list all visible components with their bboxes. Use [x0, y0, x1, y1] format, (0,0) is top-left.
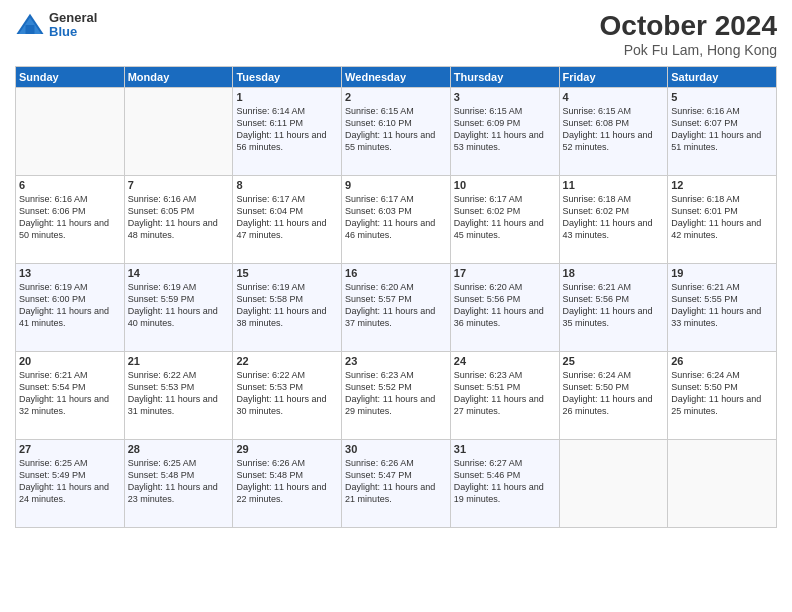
cell-info: Sunrise: 6:26 AM Sunset: 5:48 PM Dayligh…	[236, 457, 338, 506]
sunrise-text: Sunrise: 6:24 AM	[563, 369, 665, 381]
daylight-text: Daylight: 11 hours and 53 minutes.	[454, 129, 556, 153]
sunrise-text: Sunrise: 6:22 AM	[128, 369, 230, 381]
cell-info: Sunrise: 6:24 AM Sunset: 5:50 PM Dayligh…	[671, 369, 773, 418]
sunset-text: Sunset: 5:48 PM	[128, 469, 230, 481]
day-number: 1	[236, 91, 338, 103]
sunset-text: Sunset: 5:54 PM	[19, 381, 121, 393]
daylight-text: Daylight: 11 hours and 46 minutes.	[345, 217, 447, 241]
daylight-text: Daylight: 11 hours and 24 minutes.	[19, 481, 121, 505]
calendar-cell: 8 Sunrise: 6:17 AM Sunset: 6:04 PM Dayli…	[233, 176, 342, 264]
header-tuesday: Tuesday	[233, 67, 342, 88]
logo-icon	[15, 10, 45, 40]
day-number: 8	[236, 179, 338, 191]
sunset-text: Sunset: 5:55 PM	[671, 293, 773, 305]
cell-info: Sunrise: 6:25 AM Sunset: 5:48 PM Dayligh…	[128, 457, 230, 506]
daylight-text: Daylight: 11 hours and 55 minutes.	[345, 129, 447, 153]
daylight-text: Daylight: 11 hours and 27 minutes.	[454, 393, 556, 417]
calendar-cell: 3 Sunrise: 6:15 AM Sunset: 6:09 PM Dayli…	[450, 88, 559, 176]
month-title: October 2024	[600, 10, 777, 42]
sunrise-text: Sunrise: 6:20 AM	[454, 281, 556, 293]
day-number: 23	[345, 355, 447, 367]
day-number: 25	[563, 355, 665, 367]
calendar-cell: 18 Sunrise: 6:21 AM Sunset: 5:56 PM Dayl…	[559, 264, 668, 352]
daylight-text: Daylight: 11 hours and 45 minutes.	[454, 217, 556, 241]
calendar-cell: 13 Sunrise: 6:19 AM Sunset: 6:00 PM Dayl…	[16, 264, 125, 352]
calendar-cell: 28 Sunrise: 6:25 AM Sunset: 5:48 PM Dayl…	[124, 440, 233, 528]
sunset-text: Sunset: 6:00 PM	[19, 293, 121, 305]
calendar-cell: 23 Sunrise: 6:23 AM Sunset: 5:52 PM Dayl…	[342, 352, 451, 440]
daylight-text: Daylight: 11 hours and 19 minutes.	[454, 481, 556, 505]
sunrise-text: Sunrise: 6:18 AM	[671, 193, 773, 205]
sunset-text: Sunset: 5:58 PM	[236, 293, 338, 305]
sunrise-text: Sunrise: 6:15 AM	[345, 105, 447, 117]
day-number: 24	[454, 355, 556, 367]
day-number: 20	[19, 355, 121, 367]
title-block: October 2024 Pok Fu Lam, Hong Kong	[600, 10, 777, 58]
cell-info: Sunrise: 6:20 AM Sunset: 5:56 PM Dayligh…	[454, 281, 556, 330]
calendar-cell: 10 Sunrise: 6:17 AM Sunset: 6:02 PM Dayl…	[450, 176, 559, 264]
calendar-cell: 11 Sunrise: 6:18 AM Sunset: 6:02 PM Dayl…	[559, 176, 668, 264]
sunset-text: Sunset: 5:56 PM	[454, 293, 556, 305]
calendar-cell: 15 Sunrise: 6:19 AM Sunset: 5:58 PM Dayl…	[233, 264, 342, 352]
sunset-text: Sunset: 5:48 PM	[236, 469, 338, 481]
daylight-text: Daylight: 11 hours and 30 minutes.	[236, 393, 338, 417]
calendar-week-4: 20 Sunrise: 6:21 AM Sunset: 5:54 PM Dayl…	[16, 352, 777, 440]
calendar-cell: 20 Sunrise: 6:21 AM Sunset: 5:54 PM Dayl…	[16, 352, 125, 440]
daylight-text: Daylight: 11 hours and 56 minutes.	[236, 129, 338, 153]
daylight-text: Daylight: 11 hours and 36 minutes.	[454, 305, 556, 329]
cell-info: Sunrise: 6:16 AM Sunset: 6:05 PM Dayligh…	[128, 193, 230, 242]
day-number: 27	[19, 443, 121, 455]
header-monday: Monday	[124, 67, 233, 88]
day-number: 30	[345, 443, 447, 455]
daylight-text: Daylight: 11 hours and 37 minutes.	[345, 305, 447, 329]
calendar-cell: 27 Sunrise: 6:25 AM Sunset: 5:49 PM Dayl…	[16, 440, 125, 528]
day-number: 7	[128, 179, 230, 191]
cell-info: Sunrise: 6:23 AM Sunset: 5:51 PM Dayligh…	[454, 369, 556, 418]
calendar-cell: 16 Sunrise: 6:20 AM Sunset: 5:57 PM Dayl…	[342, 264, 451, 352]
sunset-text: Sunset: 6:08 PM	[563, 117, 665, 129]
cell-info: Sunrise: 6:15 AM Sunset: 6:09 PM Dayligh…	[454, 105, 556, 154]
header-sunday: Sunday	[16, 67, 125, 88]
daylight-text: Daylight: 11 hours and 48 minutes.	[128, 217, 230, 241]
sunset-text: Sunset: 6:11 PM	[236, 117, 338, 129]
cell-info: Sunrise: 6:21 AM Sunset: 5:56 PM Dayligh…	[563, 281, 665, 330]
cell-info: Sunrise: 6:22 AM Sunset: 5:53 PM Dayligh…	[128, 369, 230, 418]
header-thursday: Thursday	[450, 67, 559, 88]
daylight-text: Daylight: 11 hours and 26 minutes.	[563, 393, 665, 417]
cell-info: Sunrise: 6:21 AM Sunset: 5:55 PM Dayligh…	[671, 281, 773, 330]
calendar-cell: 24 Sunrise: 6:23 AM Sunset: 5:51 PM Dayl…	[450, 352, 559, 440]
calendar-cell: 25 Sunrise: 6:24 AM Sunset: 5:50 PM Dayl…	[559, 352, 668, 440]
calendar-cell: 2 Sunrise: 6:15 AM Sunset: 6:10 PM Dayli…	[342, 88, 451, 176]
sunrise-text: Sunrise: 6:16 AM	[128, 193, 230, 205]
logo-blue-text: Blue	[49, 25, 97, 39]
calendar-cell: 7 Sunrise: 6:16 AM Sunset: 6:05 PM Dayli…	[124, 176, 233, 264]
day-number: 3	[454, 91, 556, 103]
cell-info: Sunrise: 6:15 AM Sunset: 6:10 PM Dayligh…	[345, 105, 447, 154]
sunrise-text: Sunrise: 6:16 AM	[671, 105, 773, 117]
sunrise-text: Sunrise: 6:18 AM	[563, 193, 665, 205]
cell-info: Sunrise: 6:15 AM Sunset: 6:08 PM Dayligh…	[563, 105, 665, 154]
cell-info: Sunrise: 6:26 AM Sunset: 5:47 PM Dayligh…	[345, 457, 447, 506]
sunrise-text: Sunrise: 6:23 AM	[345, 369, 447, 381]
calendar-cell: 4 Sunrise: 6:15 AM Sunset: 6:08 PM Dayli…	[559, 88, 668, 176]
sunset-text: Sunset: 5:56 PM	[563, 293, 665, 305]
sunset-text: Sunset: 6:07 PM	[671, 117, 773, 129]
sunrise-text: Sunrise: 6:14 AM	[236, 105, 338, 117]
sunrise-text: Sunrise: 6:20 AM	[345, 281, 447, 293]
sunrise-text: Sunrise: 6:26 AM	[236, 457, 338, 469]
sunset-text: Sunset: 6:02 PM	[563, 205, 665, 217]
calendar-table: Sunday Monday Tuesday Wednesday Thursday…	[15, 66, 777, 528]
daylight-text: Daylight: 11 hours and 51 minutes.	[671, 129, 773, 153]
day-number: 28	[128, 443, 230, 455]
header-wednesday: Wednesday	[342, 67, 451, 88]
day-number: 9	[345, 179, 447, 191]
sunset-text: Sunset: 6:05 PM	[128, 205, 230, 217]
daylight-text: Daylight: 11 hours and 40 minutes.	[128, 305, 230, 329]
sunrise-text: Sunrise: 6:21 AM	[563, 281, 665, 293]
calendar-week-1: 1 Sunrise: 6:14 AM Sunset: 6:11 PM Dayli…	[16, 88, 777, 176]
day-number: 31	[454, 443, 556, 455]
day-number: 22	[236, 355, 338, 367]
calendar-week-5: 27 Sunrise: 6:25 AM Sunset: 5:49 PM Dayl…	[16, 440, 777, 528]
calendar-cell: 6 Sunrise: 6:16 AM Sunset: 6:06 PM Dayli…	[16, 176, 125, 264]
sunrise-text: Sunrise: 6:24 AM	[671, 369, 773, 381]
